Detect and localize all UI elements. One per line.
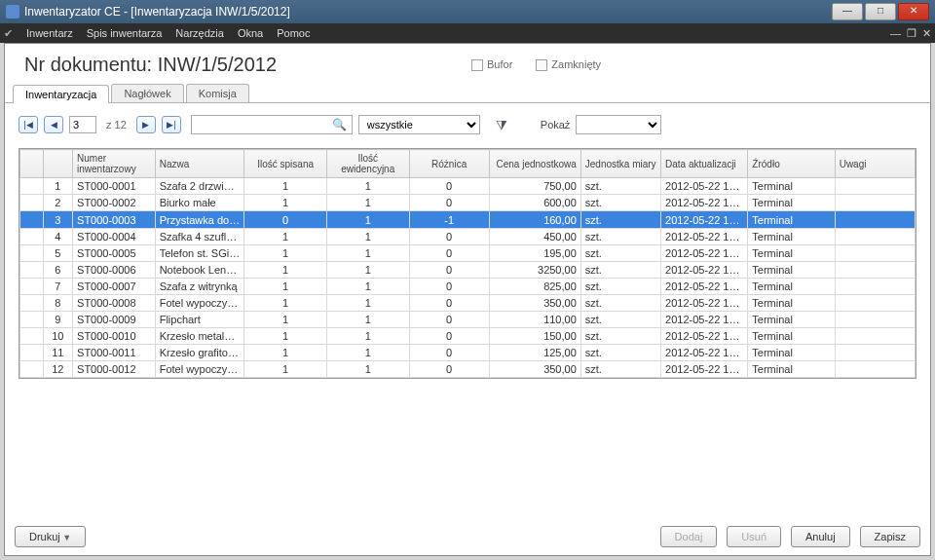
col-cena-jednostkowa[interactable]: Cena jednostkowa: [489, 150, 580, 178]
table-row[interactable]: 4ST000-0004Szafka 4 szuflady110450,00szt…: [20, 229, 916, 245]
table-row[interactable]: 5ST000-0005Telefon st. SGiga...110195,00…: [20, 245, 916, 262]
inner-minimize-icon[interactable]: —: [890, 27, 901, 40]
cell-roz: 0: [409, 229, 489, 245]
cell-name: Biurko małe: [155, 195, 244, 211]
cell-roz: 0: [409, 295, 489, 312]
nav-first-button[interactable]: |◀: [19, 116, 38, 133]
minimize-button[interactable]: —: [832, 3, 863, 20]
cell-marker: [20, 328, 44, 345]
col-numer-inwentarzowy[interactable]: Numer inwentarzowy: [73, 150, 156, 178]
cell-uw: [835, 295, 915, 312]
cell-ewid: 1: [326, 245, 409, 262]
nav-current-input[interactable]: [69, 116, 96, 133]
cell-uw: [835, 361, 915, 378]
cell-src: Terminal: [748, 279, 835, 295]
cell-ewid: 1: [326, 312, 409, 328]
cell-cena: 350,00: [489, 295, 580, 312]
cell-cena: 825,00: [489, 279, 580, 295]
cell-cena: 3250,00: [489, 262, 580, 279]
inventory-table[interactable]: Numer inwentarzowy Nazwa Ilość spisana I…: [19, 149, 916, 378]
table-row[interactable]: 12ST000-0012Fotel wypoczynk...110350,00s…: [20, 361, 916, 378]
inner-close-icon[interactable]: ✕: [922, 27, 931, 40]
menu-pomoc[interactable]: Pomoc: [277, 27, 310, 39]
table-row[interactable]: 1ST000-0001Szafa 2 drzwiowa110750,00szt.…: [20, 178, 916, 195]
cell-ewid: 1: [326, 328, 409, 345]
zamkniety-checkbox[interactable]: Zamknięty: [536, 58, 601, 71]
search-input[interactable]: [191, 115, 353, 134]
table-row[interactable]: 7ST000-0007Szafa z witrynką110825,00szt.…: [20, 279, 916, 295]
cell-src: Terminal: [748, 245, 835, 262]
col-ilosc-ewidencyjna[interactable]: Ilość ewidencyjna: [326, 150, 409, 178]
nav-last-button[interactable]: ▶|: [162, 116, 181, 133]
bufor-checkbox[interactable]: Bufor: [471, 58, 512, 71]
table-row[interactable]: 8ST000-0008Fotel wypoczynk...110350,00sz…: [20, 295, 916, 312]
filter-funnel-icon[interactable]: ⧩: [496, 117, 507, 133]
col-uwagi[interactable]: Uwagi: [835, 150, 915, 178]
table-row[interactable]: ▶3ST000-0003Przystawka do bi...01-1160,0…: [20, 211, 916, 229]
col-nazwa[interactable]: Nazwa: [155, 150, 244, 178]
cell-roz: 0: [409, 328, 489, 345]
cell-spis: 1: [244, 262, 327, 279]
filter-type-select[interactable]: wszystkie: [358, 115, 480, 134]
cell-data: 2012-05-22 12:29: [661, 312, 748, 328]
cell-spis: 1: [244, 229, 327, 245]
col-jednostka-miary[interactable]: Jednostka miary: [580, 150, 660, 178]
cell-cena: 125,00: [489, 345, 580, 361]
cell-name: Fotel wypoczynk...: [155, 361, 244, 378]
cell-inv: ST000-0002: [73, 195, 156, 211]
col-rownum[interactable]: [43, 150, 73, 178]
cell-cena: 195,00: [489, 245, 580, 262]
inner-restore-icon[interactable]: ❐: [907, 27, 916, 40]
cell-spis: 1: [244, 279, 327, 295]
tab-naglowek[interactable]: Nagłówek: [111, 84, 183, 102]
menu-okna[interactable]: Okna: [238, 27, 263, 39]
cell-data: 2012-05-22 12:29: [661, 195, 748, 211]
cell-uw: [835, 262, 915, 279]
nav-total-label: z 12: [102, 119, 131, 131]
table-header-row: Numer inwentarzowy Nazwa Ilość spisana I…: [20, 150, 916, 178]
cell-src: Terminal: [748, 328, 835, 345]
cell-roz: 0: [409, 312, 489, 328]
cell-uw: [835, 245, 915, 262]
cell-inv: ST000-0006: [73, 262, 156, 279]
cell-inv: ST000-0008: [73, 295, 156, 312]
maximize-button[interactable]: □: [865, 3, 896, 20]
close-button[interactable]: ✕: [898, 3, 929, 20]
pokaz-select[interactable]: [576, 115, 661, 134]
anuluj-button[interactable]: Anuluj: [791, 526, 850, 547]
table-row[interactable]: 11ST000-0011Krzesło grafitowe110125,00sz…: [20, 345, 916, 361]
zapisz-button[interactable]: Zapisz: [860, 526, 920, 547]
cell-inv: ST000-0010: [73, 328, 156, 345]
cell-spis: 1: [244, 312, 327, 328]
cell-marker: [20, 295, 44, 312]
table-row[interactable]: 2ST000-0002Biurko małe110600,00szt.2012-…: [20, 195, 916, 211]
drukuj-button[interactable]: Drukuj: [15, 526, 86, 547]
cell-rownum: 1: [43, 178, 73, 195]
table-row[interactable]: 10ST000-0010Krzesło metalowe110150,00szt…: [20, 328, 916, 345]
col-zrodlo[interactable]: Źródło: [748, 150, 835, 178]
cell-ewid: 1: [326, 262, 409, 279]
table-row[interactable]: 9ST000-0009Flipchart110110,00szt.2012-05…: [20, 312, 916, 328]
menu-inwentarz[interactable]: Inwentarz: [26, 27, 73, 39]
nav-prev-button[interactable]: ◀: [44, 116, 63, 133]
document-label: Nr dokumentu: INW/1/5/2012: [24, 54, 277, 76]
tab-inwentaryzacja[interactable]: Inwentaryzacja: [13, 85, 109, 103]
cell-rownum: 10: [43, 328, 73, 345]
cell-name: Szafa z witrynką: [155, 279, 244, 295]
cell-ewid: 1: [326, 361, 409, 378]
dodaj-button[interactable]: Dodaj: [660, 526, 718, 547]
tab-komisja[interactable]: Komisja: [186, 84, 249, 102]
col-ilosc-spisana[interactable]: Ilość spisana: [244, 150, 327, 178]
table-row[interactable]: 6ST000-0006Notebook Lenov...1103250,00sz…: [20, 262, 916, 279]
usun-button[interactable]: Usuń: [727, 526, 781, 547]
cell-roz: 0: [409, 178, 489, 195]
col-roznica[interactable]: Różnica: [409, 150, 489, 178]
doc-label-text: Nr dokumentu:: [24, 54, 152, 75]
cell-src: Terminal: [748, 262, 835, 279]
menu-spis-inwentarza[interactable]: Spis inwentarza: [87, 27, 163, 39]
cell-src: Terminal: [748, 229, 835, 245]
menu-narzedzia[interactable]: Narzędzia: [175, 27, 224, 39]
nav-next-button[interactable]: ▶: [136, 116, 156, 133]
col-marker[interactable]: [20, 150, 44, 178]
col-data-aktualizacji[interactable]: Data aktualizacji: [661, 150, 748, 178]
